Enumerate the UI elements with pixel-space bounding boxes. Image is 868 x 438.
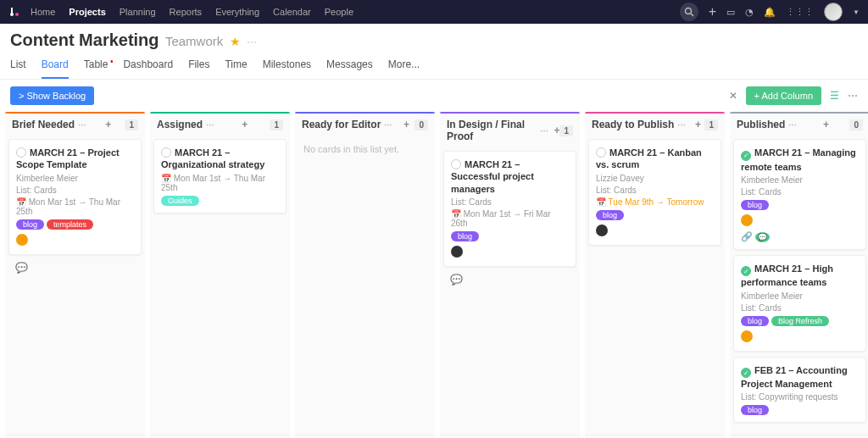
card-list: List: Copywriting requests	[741, 392, 859, 402]
tab-messages[interactable]: Messages	[326, 58, 373, 79]
svg-line-4	[691, 14, 693, 16]
card[interactable]: ✓MARCH 21 – Managing remote teamsKimberl…	[733, 139, 866, 250]
column-ready-publish: Ready to Publish ⋯ + 1MARCH 21 – Kanban …	[585, 112, 725, 438]
add-card-button[interactable]: + Add a Card	[5, 435, 145, 438]
tab-table[interactable]: Table	[84, 58, 108, 79]
card[interactable]: MARCH 21 – Organizational strategy📅 Mon …	[153, 139, 287, 213]
check-icon[interactable]	[16, 147, 26, 158]
column-more-icon[interactable]: ⋯	[788, 120, 797, 130]
tab-dashboard[interactable]: Dashboard	[123, 58, 173, 79]
card-date: 📅 Mon Mar 1st → Fri Mar 26th	[451, 209, 569, 228]
folder-icon[interactable]: ▭	[726, 7, 735, 18]
card-date: 📅 Tue Mar 9th → Tomorrow	[596, 197, 714, 207]
column-title: Ready to Publish	[592, 119, 674, 130]
nav-link-reports[interactable]: Reports	[170, 7, 203, 17]
card-list: List: Cards	[596, 186, 714, 195]
close-icon[interactable]: ✕	[729, 90, 737, 102]
card[interactable]: ✓FEB 21 – Accounting Project ManagementL…	[733, 357, 866, 424]
app-logo[interactable]	[8, 5, 22, 19]
column-more-icon[interactable]: ⋯	[78, 120, 86, 130]
tab-list[interactable]: List	[10, 58, 26, 79]
comment-icon[interactable]: 💬	[443, 272, 576, 291]
add-column-button[interactable]: + Add Column	[746, 86, 821, 105]
tab-milestones[interactable]: Milestones	[263, 58, 311, 79]
chevron-down-icon[interactable]: ▼	[853, 8, 860, 16]
nav-link-projects[interactable]: Projects	[69, 7, 105, 17]
star-icon[interactable]: ★	[230, 35, 241, 48]
column-title: Assigned	[157, 119, 203, 130]
tag: blog	[16, 219, 44, 230]
column-add-icon[interactable]: +	[823, 119, 829, 130]
column-add-icon[interactable]: +	[554, 125, 559, 136]
nav-link-everything[interactable]: Everything	[215, 7, 259, 17]
tag: blog	[596, 210, 624, 220]
activity-icon[interactable]: ◔	[745, 7, 754, 18]
column-count: 1	[270, 119, 283, 130]
card[interactable]: MARCH 21 – Successful project managersLi…	[443, 151, 576, 267]
tag: blog	[741, 316, 769, 326]
check-icon[interactable]: ✓	[741, 151, 751, 161]
add-card-button[interactable]: + Add a Card	[440, 435, 580, 438]
add-card-button[interactable]: + Add a Card	[585, 435, 725, 438]
card-date: 📅 Mon Mar 1st → Thu Mar 25th	[161, 174, 279, 192]
tag: Blog Refresh	[771, 316, 829, 326]
more-icon[interactable]: ⋯	[247, 36, 257, 48]
tag: Guides	[161, 196, 199, 206]
card-assignee: Lizzie Davey	[596, 174, 714, 183]
tab-more-[interactable]: More...	[388, 58, 420, 79]
tab-time[interactable]: Time	[225, 58, 247, 79]
tab-board[interactable]: Board	[42, 58, 69, 79]
column-count: 1	[125, 119, 138, 130]
filter-icon[interactable]: ☰	[830, 90, 839, 102]
kanban-board: Brief Needed ⋯ + 1MARCH 21 – Project Sco…	[0, 112, 868, 438]
column-more-icon[interactable]: ⋯	[206, 120, 214, 130]
tab-files[interactable]: Files	[188, 58, 209, 79]
svg-rect-2	[11, 8, 13, 14]
tag: blog	[741, 200, 769, 210]
bell-icon[interactable]: 🔔	[764, 7, 776, 18]
more-icon[interactable]: ⋯	[848, 90, 858, 102]
column-add-icon[interactable]: +	[695, 119, 701, 130]
column-design-proof: In Design / Final Proof ⋯ + 1MARCH 21 – …	[440, 112, 580, 438]
apps-icon[interactable]: ⋮⋮⋮	[786, 7, 814, 18]
check-icon[interactable]	[451, 159, 461, 169]
nav-link-calendar[interactable]: Calendar	[273, 7, 311, 17]
column-add-icon[interactable]: +	[105, 119, 111, 130]
add-card-button[interactable]: + Add a Card	[295, 435, 435, 438]
tag: blog	[741, 405, 769, 415]
comment-icon[interactable]: 💬	[8, 260, 142, 279]
column-add-icon[interactable]: +	[403, 119, 409, 130]
add-card-button[interactable]: + Add a Card	[730, 435, 868, 438]
column-brief-needed: Brief Needed ⋯ + 1MARCH 21 – Project Sco…	[5, 112, 145, 438]
user-avatar[interactable]	[824, 3, 843, 21]
card[interactable]: MARCH 21 – Kanban vs. scrumLizzie DaveyL…	[588, 139, 721, 246]
avatar	[16, 234, 28, 246]
comment-icon[interactable]: 💬	[755, 232, 770, 242]
nav-link-people[interactable]: People	[325, 7, 353, 17]
check-icon[interactable]	[596, 147, 606, 158]
column-title: Brief Needed	[12, 119, 75, 130]
project-header: Content Marketing Teamwork ★ ⋯	[0, 24, 868, 50]
column-more-icon[interactable]: ⋯	[540, 126, 548, 136]
svg-point-1	[15, 13, 19, 16]
check-icon[interactable]	[161, 147, 171, 158]
column-count: 1	[559, 125, 573, 136]
column-published: Published ⋯ + 0✓MARCH 21 – Managing remo…	[730, 112, 868, 438]
column-add-icon[interactable]: +	[242, 119, 248, 130]
card[interactable]: ✓MARCH 21 – High performance teamsKimber…	[733, 255, 866, 352]
column-count: 0	[849, 119, 863, 130]
card-list: List: Cards	[16, 186, 134, 195]
column-more-icon[interactable]: ⋯	[677, 120, 686, 130]
plus-icon[interactable]: +	[709, 4, 716, 19]
column-ready-editor: Ready for Editor ⋯ + 0No cards in this l…	[295, 112, 435, 438]
nav-link-home[interactable]: Home	[31, 7, 55, 17]
column-title: Ready for Editor	[302, 119, 381, 130]
check-icon[interactable]: ✓	[741, 368, 751, 378]
show-backlog-button[interactable]: > Show Backlog	[10, 86, 94, 105]
search-icon[interactable]	[680, 3, 698, 21]
card[interactable]: MARCH 21 – Project Scope TemplateKimberl…	[8, 139, 142, 255]
column-more-icon[interactable]: ⋯	[384, 120, 392, 130]
check-icon[interactable]: ✓	[741, 266, 751, 276]
add-card-button[interactable]: + Add a Card	[150, 435, 290, 438]
nav-link-planning[interactable]: Planning	[120, 7, 156, 17]
